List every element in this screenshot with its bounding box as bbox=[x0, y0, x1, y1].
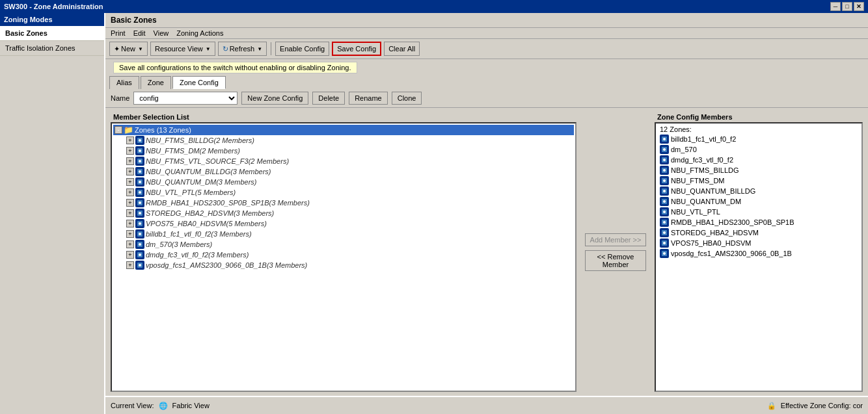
member-selection-header: Member Selection List bbox=[111, 112, 576, 122]
tree-item[interactable]: + dmdg_fc3_vtl_f0_f2(3 Members) bbox=[113, 250, 574, 260]
member-label-3: NBU_FTMS_BILLDG bbox=[671, 166, 739, 174]
refresh-dropdown-arrow[interactable]: ▼ bbox=[257, 46, 262, 52]
expand-btn-3[interactable]: + bbox=[126, 168, 134, 175]
zone-config-member-row[interactable]: dm_570 bbox=[657, 144, 860, 155]
middle-buttons: Add Member >> << Remove Member bbox=[583, 112, 648, 392]
tree-item[interactable]: + NBU_VTL_PTL(5 Members) bbox=[113, 187, 574, 198]
zone-config-member-row[interactable]: RMDB_HBA1_HDS2300_SP0B_SP1B bbox=[657, 217, 860, 227]
svg-point-45 bbox=[663, 231, 666, 234]
new-dropdown-arrow[interactable]: ▼ bbox=[138, 46, 143, 52]
tree-item[interactable]: + NBU_FTMS_DM(2 Members) bbox=[113, 146, 574, 156]
expand-btn-10[interactable]: + bbox=[126, 240, 134, 248]
enable-config-button[interactable]: Enable Config bbox=[275, 42, 329, 56]
expand-btn-4[interactable]: + bbox=[126, 178, 134, 186]
section-title: Basic Zones bbox=[105, 13, 868, 28]
new-button[interactable]: ✦ New ▼ bbox=[109, 42, 148, 56]
rename-button[interactable]: Rename bbox=[349, 92, 388, 105]
zone-config-member-row[interactable]: VPOS75_HBA0_HDSVM bbox=[657, 238, 860, 248]
zone-tree: + NBU_FTMS_BILLDG(2 Members) + NBU_FTMS_… bbox=[113, 135, 574, 270]
zone-icon-1 bbox=[135, 146, 144, 155]
zone-config-panel: Zone Config Members 12 Zones: billdb1_fc… bbox=[655, 112, 863, 392]
svg-point-19 bbox=[139, 233, 141, 235]
tree-item[interactable]: + STOREDG_HBA2_HDSVM(3 Members) bbox=[113, 208, 574, 218]
window-controls[interactable]: ─ □ ✕ bbox=[830, 2, 864, 11]
svg-point-1 bbox=[139, 139, 141, 142]
zone-label-11: dmdg_fc3_vtl_f0_f2(3 Members) bbox=[146, 251, 249, 259]
member-label-4: NBU_FTMS_DM bbox=[671, 177, 725, 185]
status-bar: Current View: 🌐 Fabric View 🔒 Effective … bbox=[105, 396, 868, 414]
minimize-button[interactable]: ─ bbox=[830, 2, 841, 11]
tree-item[interactable]: + RMDB_HBA1_HDS2300_SP0B_SP1B(3 Members) bbox=[113, 198, 574, 208]
tree-item[interactable]: + NBU_FTMS_BILLDG(2 Members) bbox=[113, 135, 574, 146]
zone-config-member-row[interactable]: billdb1_fc1_vtl_f0_f2 bbox=[657, 134, 860, 144]
maximize-button[interactable]: □ bbox=[842, 2, 852, 11]
resource-view-button[interactable]: Resource View ▼ bbox=[150, 42, 215, 56]
zone-config-member-row[interactable]: NBU_VTL_PTL bbox=[657, 207, 860, 217]
sidebar-item-traffic-isolation-zones[interactable]: Traffic Isolation Zones bbox=[0, 41, 104, 56]
svg-point-31 bbox=[663, 159, 666, 161]
svg-point-43 bbox=[663, 221, 666, 224]
sidebar-header: Zoning Modes bbox=[0, 13, 104, 26]
close-button[interactable]: ✕ bbox=[854, 2, 864, 11]
zone-config-content[interactable]: 12 Zones: billdb1_fc1_vtl_f0_f2 dm_570 d… bbox=[655, 122, 863, 392]
zones-root[interactable]: - 📁 Zones (13 Zones) bbox=[113, 125, 574, 135]
add-member-button[interactable]: Add Member >> bbox=[585, 233, 646, 246]
expand-btn-8[interactable]: + bbox=[126, 220, 134, 227]
remove-member-button[interactable]: << Remove Member bbox=[585, 250, 646, 271]
menu-zoning-actions[interactable]: Zoning Actions bbox=[176, 29, 223, 37]
member-label-11: vposdg_fcs1_AMS2300_9066_0B_1B bbox=[671, 250, 792, 257]
tree-item[interactable]: + VPOS75_HBA0_HDSVM(5 Members) bbox=[113, 218, 574, 229]
zone-icon-6 bbox=[135, 198, 144, 207]
name-select[interactable]: config bbox=[133, 92, 237, 105]
save-config-button[interactable]: Save Config bbox=[332, 42, 381, 56]
zone-config-member-row[interactable]: NBU_FTMS_BILLDG bbox=[657, 165, 860, 175]
zone-config-member-row[interactable]: vposdg_fcs1_AMS2300_9066_0B_1B bbox=[657, 248, 860, 259]
delete-button[interactable]: Delete bbox=[312, 92, 345, 105]
folder-icon: 📁 bbox=[124, 125, 133, 135]
resource-view-dropdown-arrow[interactable]: ▼ bbox=[206, 46, 211, 52]
zone-config-member-row[interactable]: NBU_FTMS_DM bbox=[657, 175, 860, 186]
root-collapse-btn[interactable]: - bbox=[115, 126, 122, 134]
tree-item[interactable]: + NBU_FTMS_VTL_SOURCE_F3(2 Members) bbox=[113, 156, 574, 166]
refresh-button[interactable]: ↻ Refresh ▼ bbox=[218, 42, 267, 56]
clone-button[interactable]: Clone bbox=[392, 92, 422, 105]
tree-item[interactable]: + billdb1_fc1_vtl_f0_f2(3 Members) bbox=[113, 229, 574, 239]
zone-config-member-row[interactable]: NBU_QUANTUM_DM bbox=[657, 196, 860, 207]
tab-alias[interactable]: Alias bbox=[109, 76, 139, 89]
expand-btn-0[interactable]: + bbox=[126, 136, 134, 144]
tab-zone[interactable]: Zone bbox=[141, 76, 171, 89]
member-label-0: billdb1_fc1_vtl_f0_f2 bbox=[671, 135, 736, 143]
expand-btn-9[interactable]: + bbox=[126, 230, 134, 238]
tree-item[interactable]: + NBU_QUANTUM_DM(3 Members) bbox=[113, 177, 574, 187]
menu-view[interactable]: View bbox=[154, 29, 169, 37]
expand-btn-6[interactable]: + bbox=[126, 199, 134, 207]
expand-btn-1[interactable]: + bbox=[126, 147, 134, 155]
zone-config-member-row[interactable]: dmdg_fc3_vtl_f0_f2 bbox=[657, 155, 860, 165]
zone-config-member-row[interactable]: NBU_QUANTUM_BILLDG bbox=[657, 186, 860, 196]
menu-edit[interactable]: Edit bbox=[133, 29, 146, 37]
new-zone-config-button[interactable]: New Zone Config bbox=[241, 92, 308, 105]
tab-zone-config[interactable]: Zone Config bbox=[172, 76, 226, 89]
panels-area: Member Selection List - 📁 Zones (13 Zone… bbox=[105, 108, 868, 396]
zone-config-header: Zone Config Members bbox=[655, 112, 863, 122]
tree-item[interactable]: + dm_570(3 Members) bbox=[113, 239, 574, 250]
expand-btn-12[interactable]: + bbox=[126, 261, 134, 269]
expand-btn-2[interactable]: + bbox=[126, 157, 134, 165]
tree-item[interactable]: + vposdg_fcs1_AMS2300_9066_0B_1B(3 Membe… bbox=[113, 260, 574, 270]
zone-label-12: vposdg_fcs1_AMS2300_9066_0B_1B(3 Members… bbox=[146, 261, 307, 269]
zone-config-member-row[interactable]: STOREDG_HBA2_HDSVM bbox=[657, 227, 860, 238]
zone-icon-7 bbox=[135, 209, 144, 218]
expand-btn-5[interactable]: + bbox=[126, 188, 134, 196]
menu-print[interactable]: Print bbox=[111, 29, 126, 37]
expand-btn-11[interactable]: + bbox=[126, 251, 134, 259]
tree-item[interactable]: + NBU_QUANTUM_BILLDG(3 Members) bbox=[113, 166, 574, 177]
zone-icon-0 bbox=[135, 136, 144, 145]
zone-label-8: VPOS75_HBA0_HDSVM(5 Members) bbox=[146, 220, 267, 227]
member-label-6: NBU_QUANTUM_DM bbox=[671, 198, 741, 205]
sidebar-item-basic-zones[interactable]: Basic Zones bbox=[0, 26, 104, 41]
clear-all-button[interactable]: Clear All bbox=[384, 42, 420, 56]
zone-label-3: NBU_QUANTUM_BILLDG(3 Members) bbox=[146, 168, 271, 175]
expand-btn-7[interactable]: + bbox=[126, 209, 134, 217]
member-selection-content[interactable]: - 📁 Zones (13 Zones) + NBU_FTMS_BILLDG(2… bbox=[111, 122, 576, 392]
tab-bar: Alias Zone Zone Config bbox=[105, 76, 868, 89]
